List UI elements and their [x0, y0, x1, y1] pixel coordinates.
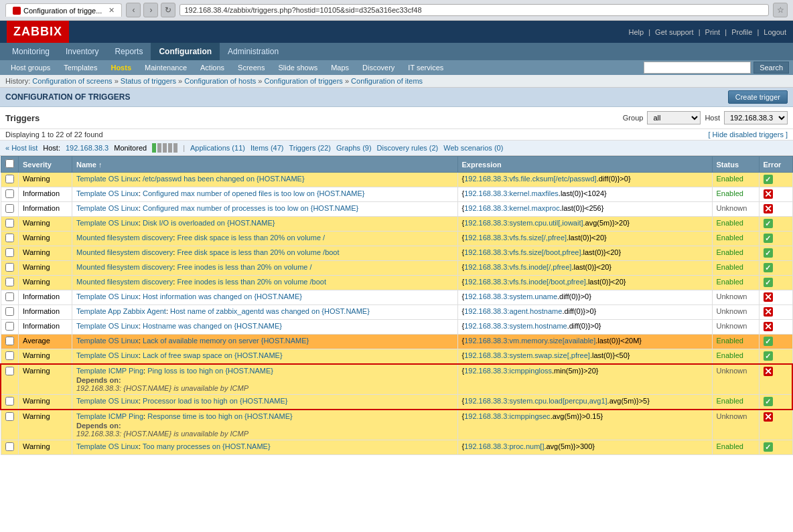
trigger-name-link[interactable]: Lack of free swap space on {HOST.NAME} [143, 351, 283, 359]
trigger-name-link[interactable]: Free disk space is less than 20% on volu… [177, 234, 325, 242]
triggers-link[interactable]: Triggers (22) [289, 144, 331, 152]
subnav-actions[interactable]: Actions [194, 60, 231, 75]
expr-host-link[interactable]: 192.168.38.3:agent.hostname [464, 307, 562, 315]
group-select[interactable]: all [647, 111, 701, 124]
bc-config-items[interactable]: Configuration of items [351, 77, 423, 85]
template-link[interactable]: Mounted filesystem discovery [76, 278, 173, 286]
hide-disabled-link[interactable]: [ Hide disabled triggers ] [708, 130, 788, 139]
host-select[interactable]: 192.168.38.3 [724, 111, 788, 124]
forward-btn[interactable]: › [143, 3, 158, 17]
subnav-slideshows[interactable]: Slide shows [271, 60, 324, 75]
template-link[interactable]: Template OS Linux [76, 442, 139, 450]
status-link[interactable]: Unknown [717, 412, 747, 420]
expr-host-link[interactable]: 192.168.38.3:vfs.file.cksum[/etc/passwd] [464, 175, 597, 183]
status-link[interactable]: Enabled [717, 337, 743, 345]
expr-host-link[interactable]: 192.168.38.3:kernel.maxproc [464, 204, 559, 212]
profile-link[interactable]: Profile [731, 28, 752, 36]
bc-config-triggers[interactable]: Configuration of triggers [264, 77, 342, 85]
graphs-link[interactable]: Graphs (9) [336, 144, 372, 152]
row-checkbox[interactable] [5, 248, 14, 257]
nav-administration[interactable]: Administration [220, 43, 287, 60]
row-checkbox[interactable] [5, 397, 14, 406]
row-checkbox[interactable] [5, 322, 14, 331]
trigger-name-link[interactable]: Host information was changed on {HOST.NA… [143, 292, 302, 300]
status-link[interactable]: Enabled [717, 278, 743, 286]
status-link[interactable]: Enabled [717, 234, 743, 242]
subnav-host-groups[interactable]: Host groups [4, 60, 57, 75]
expr-host-link[interactable]: 192.168.38.3:kernel.maxfiles [464, 189, 559, 197]
bookmark-btn[interactable]: ☆ [773, 3, 788, 17]
nav-configuration[interactable]: Configuration [151, 43, 220, 60]
help-link[interactable]: Help [628, 28, 644, 36]
subnav-maintenance[interactable]: Maintenance [138, 60, 194, 75]
trigger-name-link[interactable]: Response time is too high on {HOST.NAME} [147, 412, 292, 420]
browser-tab[interactable]: Configuration of trigge... ✕ [5, 3, 122, 17]
nav-monitoring[interactable]: Monitoring [4, 43, 58, 60]
status-link[interactable]: Unknown [717, 322, 747, 330]
status-link[interactable]: Unknown [717, 307, 747, 315]
status-link[interactable]: Unknown [717, 292, 747, 300]
status-link[interactable]: Enabled [717, 442, 743, 450]
row-checkbox[interactable] [5, 412, 14, 421]
row-checkbox[interactable] [5, 263, 14, 272]
template-link[interactable]: Template OS Linux [76, 292, 139, 300]
trigger-name-link[interactable]: Free inodes is less than 20% on volume / [177, 263, 311, 271]
row-checkbox[interactable] [5, 175, 14, 183]
bc-config-screens[interactable]: Configuration of screens [32, 77, 112, 85]
host-name-link[interactable]: 192.168.38.3 [66, 144, 109, 152]
row-checkbox[interactable] [5, 367, 14, 375]
expr-host-link[interactable]: 192.168.38.3:icmppingsec [464, 412, 550, 420]
row-checkbox[interactable] [5, 234, 14, 242]
trigger-name-link[interactable]: Disk I/O is overloaded on {HOST.NAME} [143, 219, 275, 227]
trigger-name-link[interactable]: Too many processes on {HOST.NAME} [143, 442, 271, 450]
template-link[interactable]: Template OS Linux [76, 351, 139, 359]
expr-host-link[interactable]: 192.168.38.3:system.cpu.util[,iowait] [464, 219, 583, 227]
row-checkbox[interactable] [5, 307, 14, 316]
reload-btn[interactable]: ↻ [161, 3, 175, 17]
trigger-name-link[interactable]: Configured max number of processes is to… [143, 204, 358, 212]
expr-host-link[interactable]: 192.168.38.3:proc.num[] [464, 442, 544, 450]
template-link[interactable]: Template ICMP Ping [76, 412, 143, 420]
expr-host-link[interactable]: 192.168.38.3:vm.memory.size[available] [464, 337, 595, 345]
trigger-name-link[interactable]: Processor load is too high on {HOST.NAME… [143, 397, 287, 405]
items-link[interactable]: Items (47) [250, 144, 284, 152]
template-link[interactable]: Template OS Linux [76, 322, 139, 330]
status-link[interactable]: Enabled [717, 219, 743, 227]
address-bar[interactable] [179, 4, 769, 16]
status-link[interactable]: Enabled [717, 397, 743, 405]
search-button[interactable]: Search [753, 62, 789, 74]
col-header-name[interactable]: Name ↑ [72, 157, 458, 173]
trigger-name-link[interactable]: Free inodes is less than 20% on volume /… [177, 278, 326, 286]
subnav-discovery[interactable]: Discovery [356, 60, 401, 75]
expr-host-link[interactable]: 192.168.38.3:vfs.fs.inode[/boot,pfree] [464, 278, 586, 286]
tab-close[interactable]: ✕ [109, 6, 115, 15]
status-link[interactable]: Enabled [717, 175, 743, 183]
trigger-name-link[interactable]: /etc/passwd has been changed on {HOST.NA… [143, 175, 305, 183]
template-link[interactable]: Template OS Linux [76, 219, 139, 227]
row-checkbox[interactable] [5, 204, 14, 213]
row-checkbox[interactable] [5, 219, 14, 228]
nav-inventory[interactable]: Inventory [58, 43, 106, 60]
template-link[interactable]: Template OS Linux [76, 397, 139, 405]
expr-host-link[interactable]: 192.168.38.3:system.uname [464, 292, 557, 300]
trigger-name-link[interactable]: Configured max number of opened files is… [143, 189, 364, 197]
expr-host-link[interactable]: 192.168.38.3:icmppingloss [464, 367, 552, 375]
row-checkbox[interactable] [5, 337, 14, 345]
subnav-hosts[interactable]: Hosts [104, 60, 138, 75]
get-support-link[interactable]: Get support [655, 28, 693, 36]
row-checkbox[interactable] [5, 442, 14, 451]
trigger-name-link[interactable]: Host name of zabbix_agentd was changed o… [170, 307, 370, 315]
template-link[interactable]: Mounted filesystem discovery [76, 248, 173, 256]
trigger-name-link[interactable]: Lack of available memory on server {HOST… [143, 337, 309, 345]
status-link[interactable]: Enabled [717, 189, 743, 197]
template-link[interactable]: Template OS Linux [76, 337, 139, 345]
subnav-templates[interactable]: Templates [57, 60, 104, 75]
subnav-it-services[interactable]: IT services [401, 60, 450, 75]
expr-host-link[interactable]: 192.168.38.3:vfs.fs.inode[/,pfree] [464, 263, 571, 271]
trigger-name-link[interactable]: Free disk space is less than 20% on volu… [177, 248, 339, 256]
trigger-name-link[interactable]: Ping loss is too high on {HOST.NAME} [147, 367, 273, 375]
logout-link[interactable]: Logout [764, 28, 786, 36]
create-trigger-button[interactable]: Create trigger [728, 90, 788, 104]
expr-host-link[interactable]: 192.168.38.3:vfs.fs.size[/,pfree] [464, 234, 567, 242]
subnav-maps[interactable]: Maps [324, 60, 356, 75]
